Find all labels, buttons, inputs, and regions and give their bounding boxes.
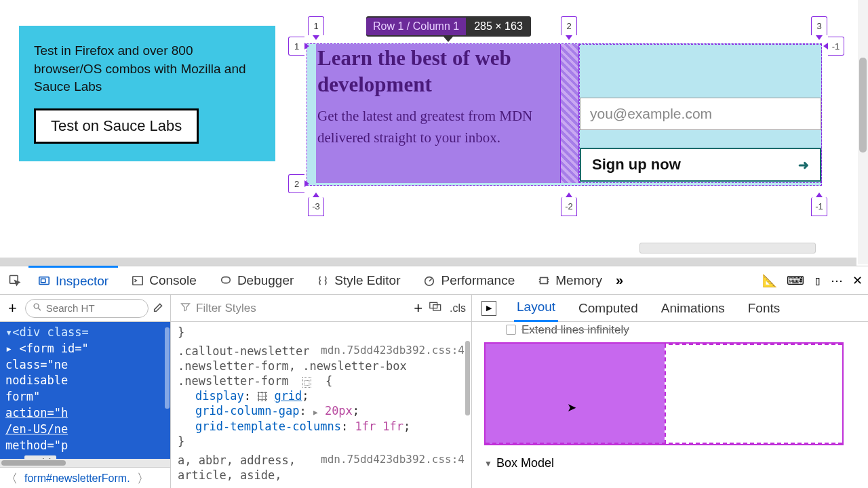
tab-memory[interactable]: Memory	[528, 266, 612, 295]
svg-rect-2	[41, 279, 45, 282]
grid-gap-indicator	[560, 44, 579, 183]
email-input[interactable]: you@example.com	[580, 98, 821, 130]
grid-cell-tooltip: Row 1 / Column 1 285 × 163	[366, 16, 531, 37]
arrow-right-icon: ➜	[798, 157, 809, 173]
rule-source-link[interactable]: mdn.75dd423db392.css:4	[321, 344, 465, 358]
page-horizontal-scrollbar[interactable]	[0, 258, 856, 266]
svg-point-5	[425, 277, 434, 285]
value-arrow-icon[interactable]: ▶	[313, 408, 318, 417]
html-tree[interactable]: ▾<div class= ▸ <form id=" class="ne nodi…	[0, 322, 170, 459]
close-devtools-icon[interactable]: ✕	[852, 273, 863, 288]
performance-icon	[423, 274, 435, 287]
svg-rect-4	[222, 277, 231, 283]
styles-scrollbar-thumb[interactable]	[465, 341, 470, 415]
breadcrumb-next-icon[interactable]: 〉	[136, 470, 151, 487]
dock-side-icon[interactable]: ▯	[814, 273, 821, 287]
styles-filter-input[interactable]: Filter Styles	[176, 299, 407, 318]
tab-debugger[interactable]: Debugger	[210, 266, 303, 295]
signup-button-label: Sign up now	[592, 156, 681, 174]
layout-tab-layout[interactable]: Layout	[514, 295, 558, 322]
grid-marker-col-neg3: -3	[308, 197, 324, 216]
svg-point-7	[34, 304, 39, 308]
breadcrumb-current[interactable]: form#newsletterForm.	[24, 472, 130, 485]
callout-text: Test in Firefox and over 800 browser/OS …	[34, 42, 260, 96]
svg-rect-6	[540, 277, 548, 283]
tab-console[interactable]: Console	[122, 266, 206, 295]
devtools-panel: Inspector Console Debugger Style Editor …	[0, 266, 868, 488]
test-sauce-labs-button[interactable]: Test on Sauce Labs	[34, 108, 199, 144]
html-tree-panel: + Search HT ▾<div class= ▸ <form id=" cl…	[0, 295, 171, 488]
responsive-mode-icon[interactable]: ⌨	[787, 273, 804, 288]
style-editor-icon	[317, 274, 329, 287]
tab-inspector[interactable]: Inspector	[28, 266, 118, 294]
grid-marker-row-1: 1	[288, 37, 304, 56]
tab-performance[interactable]: Performance	[414, 266, 524, 295]
cls-toggle[interactable]: .cls	[450, 302, 466, 314]
element-picker-icon[interactable]	[5, 271, 24, 290]
extend-lines-option[interactable]: Extend lines infinitely	[506, 323, 856, 337]
tooltip-dimensions: 285 × 163	[466, 18, 531, 35]
grid-overlay: Learn the best of web development Get th…	[287, 16, 842, 213]
ruler-icon[interactable]: 📐	[762, 273, 777, 288]
grid-marker-col-2: 2	[561, 16, 577, 35]
memory-icon	[538, 274, 550, 287]
layout-tab-fonts[interactable]: Fonts	[745, 295, 783, 322]
breadcrumb[interactable]: 〈 form#newsletterForm. 〉	[0, 467, 170, 488]
devtools-toolbar: Inspector Console Debugger Style Editor …	[0, 266, 868, 295]
styles-rules[interactable]: } mdn.75dd423db392.css:4 .callout-newsle…	[171, 322, 471, 488]
layout-panel: ▶ Layout Computed Animations Fonts Exten…	[472, 295, 868, 488]
add-element-button[interactable]: +	[4, 300, 21, 317]
search-icon	[33, 302, 42, 314]
more-options-icon[interactable]: ⋯	[831, 273, 843, 288]
newsletter-body: Get the latest and greatest from MDN del…	[317, 105, 559, 149]
grid-marker-col-1: 1	[308, 16, 324, 35]
inspector-icon	[38, 275, 50, 287]
debugger-icon	[220, 274, 232, 287]
sauce-labs-callout: Test in Firefox and over 800 browser/OS …	[19, 26, 275, 161]
rule-source-link[interactable]: mdn.75dd423db392.css:4	[321, 453, 465, 467]
html-tree-scrollbar-thumb[interactable]	[165, 327, 170, 409]
layout-tab-animations[interactable]: Animations	[658, 295, 728, 322]
grid-marker-col-neg1: -1	[811, 197, 827, 216]
edit-html-icon[interactable]	[153, 301, 166, 316]
tabs-overflow-icon[interactable]: »	[616, 272, 623, 288]
selector-highlighter-icon[interactable]: ⬚	[302, 377, 311, 388]
html-search-input[interactable]: Search HT	[25, 299, 149, 318]
grid-container: Learn the best of web development Get th…	[307, 43, 822, 186]
grid-preview-diagram[interactable]	[484, 342, 844, 445]
newsletter-heading: Learn the best of web development	[317, 45, 559, 98]
layout-play-icon[interactable]: ▶	[481, 301, 496, 316]
grid-swatch-icon[interactable]	[258, 392, 267, 401]
html-tree-horizontal-scrollbar[interactable]	[0, 459, 170, 467]
box-model-section[interactable]: ▼ Box Model	[484, 456, 856, 470]
grid-marker-col-neg2: -2	[561, 197, 577, 216]
page-horizontal-scrollbar-thumb[interactable]	[639, 243, 816, 253]
styles-panel: Filter Styles + .cls } mdn.75dd423db392.…	[171, 295, 472, 488]
filter-icon	[180, 302, 191, 315]
newsletter-text-cell: Learn the best of web development Get th…	[316, 44, 560, 183]
disclosure-triangle-icon[interactable]: ▼	[484, 459, 492, 468]
signup-button[interactable]: Sign up now ➜	[580, 148, 821, 182]
pseudo-class-toggle[interactable]	[429, 302, 443, 315]
console-icon	[132, 274, 144, 287]
tab-style-editor[interactable]: Style Editor	[307, 266, 410, 295]
grid-marker-col-3: 3	[811, 16, 827, 35]
page-vertical-scrollbar-thumb[interactable]	[859, 58, 867, 152]
svg-rect-3	[133, 276, 142, 285]
add-rule-button[interactable]: +	[414, 300, 422, 317]
layout-tab-computed[interactable]: Computed	[576, 295, 641, 322]
grid-marker-row-neg1: -1	[828, 37, 844, 56]
grid-marker-row-2: 2	[288, 174, 304, 193]
breadcrumb-prev-icon[interactable]: 〈	[4, 470, 19, 487]
tooltip-cell-label: Row 1 / Column 1	[366, 18, 466, 35]
newsletter-form-cell: you@example.com Sign up now ➜	[579, 44, 822, 183]
